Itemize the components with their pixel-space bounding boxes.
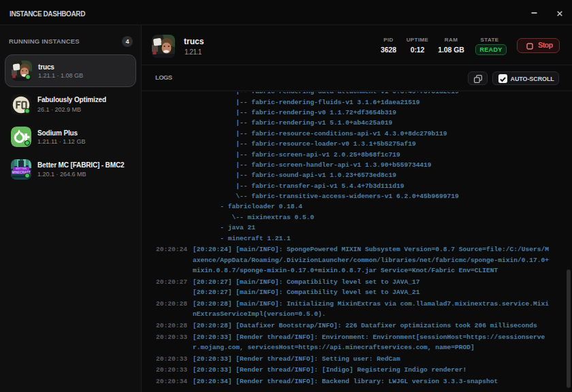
svg-text:BETTER: BETTER: [16, 166, 27, 169]
